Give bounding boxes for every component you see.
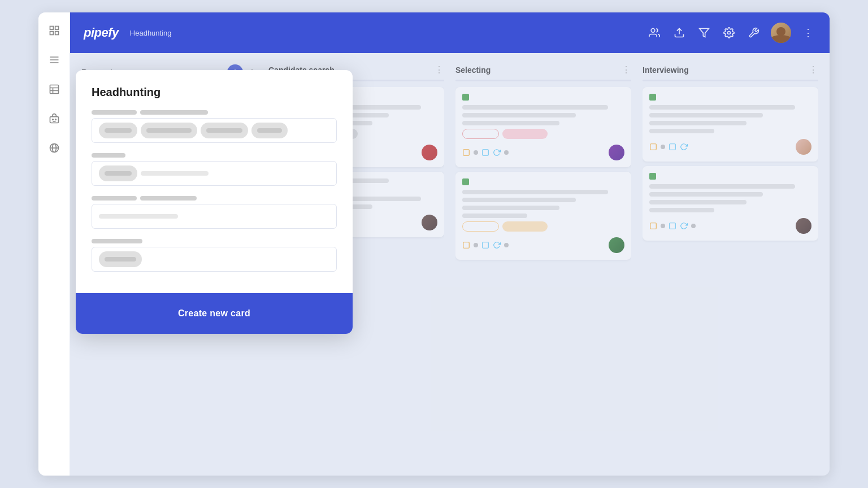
svg-marker-20: [700, 29, 709, 37]
form-input-4[interactable]: [92, 247, 337, 272]
form-label-2: [92, 153, 337, 158]
more-options-icon[interactable]: ⋮: [800, 25, 816, 41]
app-header: pipefy Headhunting: [70, 12, 830, 53]
form-label-bar: [140, 110, 208, 115]
form-input-1[interactable]: [92, 118, 337, 143]
sidebar-icon-bot[interactable]: [45, 110, 63, 128]
form-group-3: [92, 196, 337, 229]
svg-point-21: [728, 32, 731, 34]
form-label-bar: [92, 153, 125, 158]
modal-body: Headhunting: [76, 70, 353, 293]
form-label-3: [92, 196, 337, 201]
svg-rect-3: [55, 32, 58, 35]
modal-title: Headhunting: [92, 86, 337, 99]
form-label-bar: [92, 196, 137, 201]
input-pill: [99, 251, 142, 267]
form-group-2: [92, 153, 337, 186]
input-pill: [251, 123, 288, 138]
sidebar: [38, 12, 70, 476]
svg-point-12: [52, 119, 53, 120]
svg-rect-0: [50, 27, 53, 30]
export-icon[interactable]: [671, 25, 687, 41]
user-avatar[interactable]: [771, 23, 791, 43]
header-right: ⋮: [646, 23, 816, 43]
svg-rect-1: [55, 27, 58, 30]
form-group-1: [92, 110, 337, 143]
create-new-card-button[interactable]: Create new card: [76, 293, 353, 334]
filter-icon[interactable]: [696, 25, 712, 41]
create-new-card-label: Create new card: [178, 308, 250, 319]
wrench-icon[interactable]: [746, 25, 762, 41]
main-content: pipefy Headhunting: [70, 12, 830, 476]
input-text-line: [141, 171, 209, 176]
svg-rect-11: [50, 117, 58, 123]
sidebar-icon-table[interactable]: [45, 80, 63, 98]
app-shell: pipefy Headhunting: [38, 12, 830, 476]
sidebar-icon-globe[interactable]: [45, 139, 63, 157]
pipe-name: Headhunting: [130, 29, 172, 37]
form-label-bar: [92, 110, 137, 115]
input-pill: [99, 123, 137, 138]
form-input-3[interactable]: [92, 204, 337, 229]
form-label-bar: [140, 196, 197, 201]
input-text-line: [99, 214, 178, 219]
svg-point-18: [651, 29, 655, 33]
settings-icon[interactable]: [721, 25, 737, 41]
input-pill: [201, 123, 248, 138]
form-input-2[interactable]: [92, 161, 337, 186]
form-group-4: [92, 239, 337, 272]
svg-rect-7: [50, 85, 58, 94]
sidebar-icon-grid[interactable]: [45, 21, 63, 40]
sidebar-icon-list[interactable]: [45, 51, 63, 69]
board-area: Requests + ⋮: [70, 53, 830, 476]
svg-point-13: [55, 119, 56, 120]
header-left: pipefy Headhunting: [84, 25, 172, 40]
form-label-bar: [92, 239, 142, 243]
create-card-modal: Headhunting: [76, 70, 353, 334]
input-pill: [141, 123, 197, 138]
form-label-1: [92, 110, 337, 115]
svg-rect-2: [50, 32, 53, 35]
form-label-4: [92, 239, 337, 243]
people-icon[interactable]: [646, 25, 662, 41]
logo: pipefy: [84, 25, 119, 40]
input-pill: [99, 165, 137, 181]
